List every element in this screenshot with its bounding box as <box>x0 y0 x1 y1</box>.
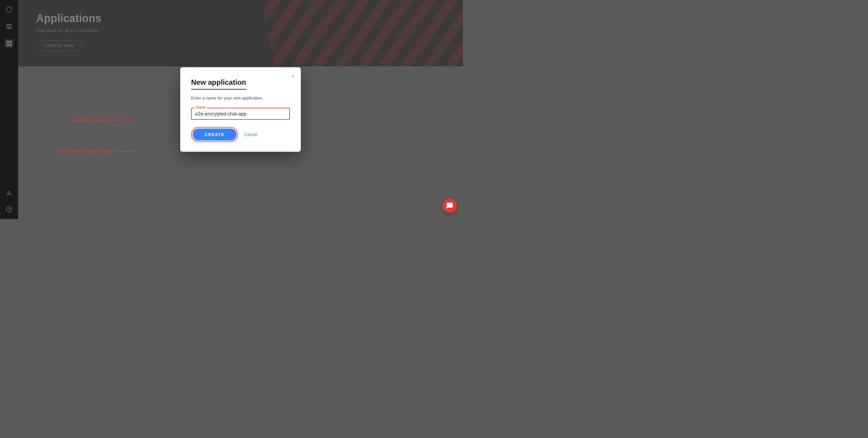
main-content: Applications One place for all your crea… <box>18 0 463 219</box>
sidebar-item-user[interactable] <box>4 189 14 199</box>
svg-rect-1 <box>10 41 11 43</box>
modal-overlay: Input your App name Click on the "Create… <box>18 0 463 219</box>
modal-title: New application <box>191 78 246 90</box>
modal-actions: CREATE Cancel <box>191 127 290 142</box>
sidebar-item-apps[interactable] <box>4 39 14 48</box>
create-button-wrapper: CREATE <box>191 127 238 142</box>
annotation-create: Click on the "Create" button <box>59 149 111 154</box>
svg-rect-2 <box>7 44 8 46</box>
modal-close-button[interactable]: × <box>290 72 296 81</box>
name-input-label: Name <box>195 105 207 110</box>
sidebar-item-shield[interactable] <box>4 5 14 14</box>
name-input-wrapper: Name <box>191 108 290 120</box>
cancel-button[interactable]: Cancel <box>244 132 257 137</box>
modal-description: Enter a name for your new application. <box>191 96 290 100</box>
svg-point-5 <box>6 207 12 212</box>
svg-rect-0 <box>7 41 8 43</box>
svg-point-4 <box>8 192 10 194</box>
create-button[interactable]: CREATE <box>193 128 237 141</box>
svg-point-6 <box>9 210 9 211</box>
sidebar-item-help[interactable] <box>4 205 14 214</box>
sidebar <box>0 0 18 219</box>
app-name-input[interactable] <box>195 111 286 117</box>
svg-rect-3 <box>10 44 11 46</box>
new-application-modal: × New application Enter a name for your … <box>180 67 301 152</box>
sidebar-item-book[interactable] <box>4 22 14 31</box>
chat-widget[interactable] <box>442 199 457 213</box>
annotation-app-name: Input your App name <box>69 118 108 122</box>
